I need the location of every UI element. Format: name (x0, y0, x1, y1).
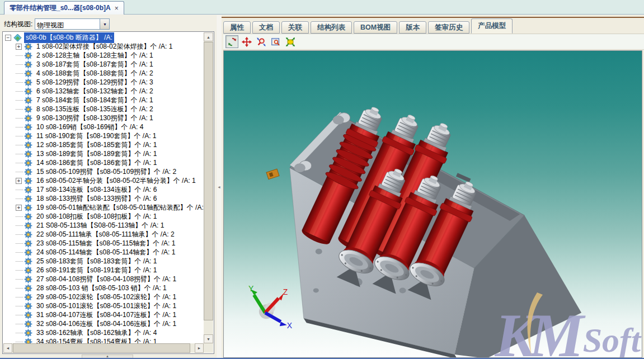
tab-版本[interactable]: 版本 (399, 21, 426, 34)
close-icon[interactable]: × (115, 4, 119, 12)
tree-horizontal-scrollbar[interactable]: ◄ ► (3, 343, 204, 353)
document-tab[interactable]: 零部件结构管理_s0...器[s08-0b]A × (4, 1, 124, 15)
tree-guide-line (16, 91, 23, 92)
structure-view-value: 物理视图 (35, 19, 100, 29)
part-icon (24, 221, 32, 230)
part-icon (24, 248, 32, 257)
kmsoft-watermark: KM Soft (495, 305, 641, 358)
tree-guide-line (16, 82, 23, 83)
part-icon (24, 141, 32, 149)
tree-guide-line (16, 100, 23, 101)
part-icon (24, 204, 32, 212)
part-icon (24, 212, 32, 221)
tree-guide-line (16, 216, 23, 217)
tab-属性[interactable]: 属性 (223, 21, 251, 34)
tab-关联[interactable]: 关联 (281, 21, 309, 34)
tree-guide-line (16, 154, 23, 154)
tree-guide-line (16, 127, 23, 127)
part-icon (24, 177, 32, 185)
chevron-down-icon[interactable]: ▼ (100, 19, 109, 29)
zoom-window-icon[interactable] (269, 35, 282, 48)
vertical-scroll-thumb[interactable] (204, 42, 213, 320)
tree-guide-line (16, 73, 23, 74)
panel-splitter[interactable]: ◄ (217, 15, 222, 359)
part-icon (24, 159, 32, 167)
axis-z-label: Z (283, 287, 288, 296)
axes-triad: Y Z X (248, 284, 293, 330)
viewer-toolbar (223, 34, 644, 50)
watermark-soft: Soft (583, 320, 641, 358)
tree-guide-line (16, 243, 23, 244)
pan-icon[interactable] (240, 35, 253, 48)
tab-签审历史[interactable]: 签审历史 (428, 21, 469, 34)
scroll-down-icon[interactable]: ▼ (204, 334, 213, 343)
part-icon (24, 195, 32, 203)
part-icon (24, 266, 32, 275)
tree-guide-line (16, 315, 23, 315)
tree-guide-line (16, 136, 23, 136)
part-icon (24, 302, 32, 310)
part-icon (24, 87, 32, 96)
part-icon (24, 311, 32, 319)
document-tab-title: 零部件结构管理_s0...器[s08-0b]A (10, 3, 111, 13)
scroll-left-icon[interactable]: ◄ (3, 343, 12, 353)
part-icon (24, 123, 32, 131)
part-icon (24, 320, 32, 328)
part-icon (24, 96, 32, 105)
zoom-in-icon[interactable] (255, 35, 267, 48)
tree-vertical-scrollbar[interactable]: ▲ ▼ (204, 32, 213, 343)
3d-viewport[interactable]: Y Z X KM Soft (223, 50, 642, 358)
part-icon (24, 105, 32, 114)
part-icon (24, 78, 32, 87)
axis-y-label: Y (248, 284, 253, 293)
fit-view-icon[interactable] (284, 35, 297, 48)
structure-view-select[interactable]: 物理视图 ▼ (35, 18, 110, 30)
tab-产品模型[interactable]: 产品模型 (471, 18, 513, 34)
part-icon (24, 168, 32, 176)
tree-expand-toggle[interactable]: − (5, 35, 11, 41)
part-icon (24, 114, 32, 122)
tree-item[interactable]: 34 s08-154弯板【s08-154弯板】个 /A: 1 (3, 337, 204, 343)
tree-expand-toggle[interactable]: + (16, 44, 22, 50)
part-icon (24, 338, 32, 344)
tree-guide-line (16, 252, 23, 253)
document-tabbar: 零部件结构管理_s0...器[s08-0b]A × (0, 0, 644, 15)
scroll-up-icon[interactable]: ▲ (204, 32, 213, 41)
part-icon (24, 284, 32, 292)
tab-结构列表[interactable]: 结构列表 (311, 21, 352, 34)
structure-tree: −s08-0b【s08-0b 断路器】 /A:+1 s08-02架体焊接【s08… (2, 31, 214, 354)
scroll-right-icon[interactable]: ► (195, 343, 204, 353)
rotate-icon[interactable] (225, 35, 238, 48)
part-icon (24, 60, 32, 69)
structure-view-label: 结构视图: (4, 20, 32, 29)
tree-expand-toggle[interactable]: + (16, 205, 22, 211)
tree-guide-line (16, 199, 23, 199)
tree-guide-line (16, 306, 23, 306)
detail-tabs: 属性文档关联结构列表BOM视图版本签审历史产品模型 (223, 18, 644, 34)
tree-guide-line (16, 342, 23, 342)
tree-guide-line (16, 261, 23, 262)
tree-guide-line (16, 55, 23, 56)
tree-guide-line (16, 279, 23, 280)
tree-guide-line (16, 234, 23, 235)
tree-expand-toggle[interactable]: + (16, 178, 22, 184)
tree-guide-line (16, 118, 23, 119)
tree-guide-line (16, 270, 23, 271)
part-icon (24, 230, 32, 239)
part-icon (24, 275, 32, 284)
part-icon (24, 69, 32, 78)
tree-guide-line (16, 190, 23, 190)
tree-guide-line (16, 333, 23, 333)
part-icon (24, 186, 32, 194)
part-icon (24, 51, 32, 60)
watermark-swoosh-icon (520, 291, 544, 357)
tree-guide-line (16, 64, 23, 65)
tab-BOM视图[interactable]: BOM视图 (354, 21, 397, 34)
horizontal-scroll-thumb[interactable] (13, 343, 190, 353)
assembly-icon (13, 34, 22, 42)
tree-item-label: 34 s08-154弯板【s08-154弯板】个 /A: 1 (35, 337, 158, 344)
part-icon (24, 293, 32, 301)
part-icon (24, 132, 32, 140)
tree-rows: −s08-0b【s08-0b 断路器】 /A:+1 s08-02架体焊接【s08… (3, 32, 204, 343)
tab-文档[interactable]: 文档 (252, 21, 280, 34)
